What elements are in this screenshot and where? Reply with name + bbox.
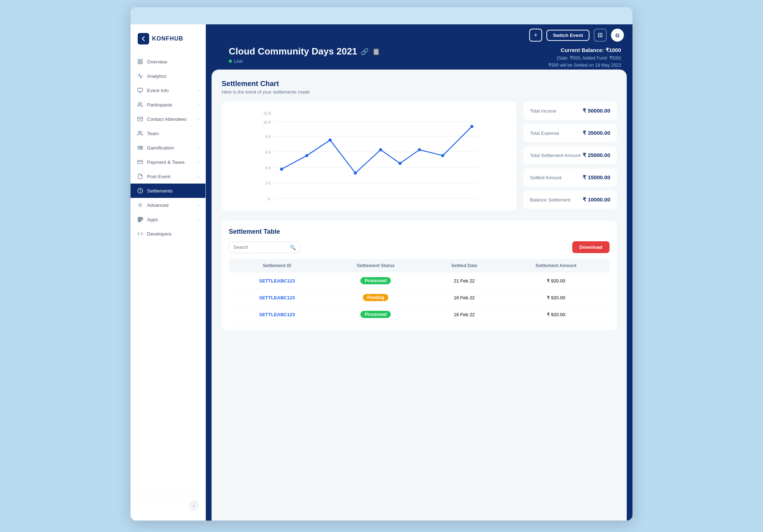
chart-subtitle: Here is the trend of your settlements ma… [222,89,617,95]
cell-settlement-amount: ₹ 920.00 [502,272,610,289]
balance-detail: (Sale: ₹500, Added Fund: ₹500) [548,54,621,62]
event-status: Live [229,58,380,64]
svg-point-16 [139,204,141,206]
col-settlement-status: Settlement Status [325,259,426,272]
chart-section: Settlement Chart Here is the trend of yo… [222,80,617,211]
svg-point-47 [280,168,283,171]
main-header: + Switch Event G [206,24,632,46]
sidebar-item-post-event[interactable]: Post Event › [131,169,205,184]
collapse-button[interactable]: ‹ [189,500,199,510]
settlement-note: ₹500 will be Settled on 18 May 2023 [548,62,621,69]
game-icon [137,144,143,151]
cell-settled-date: 16 Feb 22 [426,289,502,306]
table-row: SETTLEABC123Pending16 Feb 22₹ 920.00 [229,289,610,306]
add-button[interactable]: + [529,29,542,42]
svg-rect-0 [138,60,140,61]
sidebar-nav: Overview Analytics Event Info › [131,52,205,496]
cell-settlement-id[interactable]: SETTLEABC123 [229,272,325,289]
svg-text:6 K: 6 K [265,150,271,155]
download-button[interactable]: Download [572,241,610,253]
stat-label: Balance Settlement [530,197,570,203]
status-text: Live [234,58,243,64]
header-row: Settlement ID Settlement Status Settled … [229,259,610,272]
event-title-area: Cloud Community Days 2021 🔗 📋 Live [217,46,392,70]
chart-icon [137,73,143,79]
sidebar-item-contact-attendees[interactable]: Contact Attendees › [131,112,205,126]
cell-settlement-id[interactable]: SETTLEABC123 [229,289,325,306]
logo-text: KONFHUB [152,35,183,42]
sidebar-item-gamification[interactable]: Gamification › [131,141,205,155]
svg-point-55 [470,125,474,128]
link-icon[interactable]: 🔗 [361,48,369,56]
copy-icon[interactable]: 📋 [372,48,380,56]
chevron-right-icon: › [198,203,199,207]
table-toolbar: 🔍 Download [229,241,610,253]
sidebar-item-label: Developers [147,231,171,237]
chart-title: Settlement Chart [222,80,617,88]
table-header: Settlement ID Settlement Status Settled … [229,259,610,272]
switch-event-button[interactable]: Switch Event [546,30,589,41]
chart-container: 0 2 K 4 K 6 K 8 K 10 K 12 K [222,102,516,211]
sidebar-collapse: ‹ [131,496,205,515]
chart-stats-row: 0 2 K 4 K 6 K 8 K 10 K 12 K [222,102,617,211]
svg-point-50 [354,171,357,175]
svg-text:2 K: 2 K [265,181,271,185]
event-header-row: Cloud Community Days 2021 🔗 📋 Live Curre… [206,46,632,70]
sidebar-item-developers[interactable]: Developers [131,227,205,241]
grid-menu-button[interactable] [594,29,607,42]
cell-settlement-status: Pending [325,289,426,306]
sidebar-item-overview[interactable]: Overview [131,54,205,69]
svg-point-54 [441,154,445,157]
content-card: Settlement Chart Here is the trend of yo… [212,70,627,521]
main-content: + Switch Event G Cloud Community Days 20… [206,24,632,521]
sidebar-item-advanced[interactable]: Advanced › [131,198,205,212]
search-icon: 🔍 [290,244,296,250]
table-row: SETTLEABC123Processed16 Feb 22₹ 920.00 [229,306,610,323]
svg-point-53 [418,148,421,151]
cell-settlement-id[interactable]: SETTLEABC123 [229,306,325,323]
stat-label: Total Income [530,108,556,114]
user-avatar[interactable]: G [611,29,624,42]
sidebar-item-apps[interactable]: Apps › [131,212,205,227]
stat-settled-amount: Settled Amount ₹ 15000.00 [523,168,617,186]
svg-point-26 [600,33,601,34]
users-icon [137,101,143,108]
sidebar-item-event-info[interactable]: Event Info › [131,83,205,98]
chevron-right-icon: › [198,174,199,179]
col-settled-date: Settled Date [426,259,502,272]
svg-text:4 K: 4 K [265,166,271,170]
sidebar-item-participants[interactable]: Participants › [131,98,205,112]
settlements-icon [137,187,143,194]
chevron-right-icon: › [198,117,199,121]
stat-settlement-amount: Total Settlement Amount ₹ 25000.00 [523,146,617,164]
sidebar-item-analytics[interactable]: Analytics [131,69,205,83]
settlement-table: Settlement ID Settlement Status Settled … [229,259,610,323]
svg-rect-17 [138,217,139,218]
sidebar-item-settlements[interactable]: Settlements [131,184,205,198]
cell-settlement-status: Processed [325,306,426,323]
chevron-right-icon: › [198,88,199,92]
sidebar: KONFHUB Overview Analytics [131,24,206,521]
sidebar-item-label: Analytics [147,73,166,79]
svg-rect-13 [138,160,142,163]
search-input[interactable] [233,244,287,250]
event-title-row: Cloud Community Days 2021 🔗 📋 [229,46,380,57]
svg-point-29 [600,35,601,35]
sidebar-item-payment-taxes[interactable]: Payment & Taxes › [131,155,205,169]
svg-point-48 [305,154,308,157]
col-settlement-id: Settlement ID [229,259,325,272]
mail-icon [137,116,143,122]
payment-icon [137,159,143,165]
svg-rect-22 [141,219,142,220]
svg-rect-24 [140,220,141,222]
team-icon [137,130,143,137]
svg-point-8 [138,131,140,133]
search-box[interactable]: 🔍 [229,242,300,253]
svg-rect-18 [140,217,141,218]
table-body: SETTLEABC123Processed21 Feb 22₹ 920.00SE… [229,272,610,323]
svg-rect-3 [141,62,142,64]
stat-label: Total Expense [530,130,559,136]
status-dot [229,60,232,63]
app-shell: KONFHUB Overview Analytics [131,24,632,521]
sidebar-item-team[interactable]: Team [131,126,205,141]
